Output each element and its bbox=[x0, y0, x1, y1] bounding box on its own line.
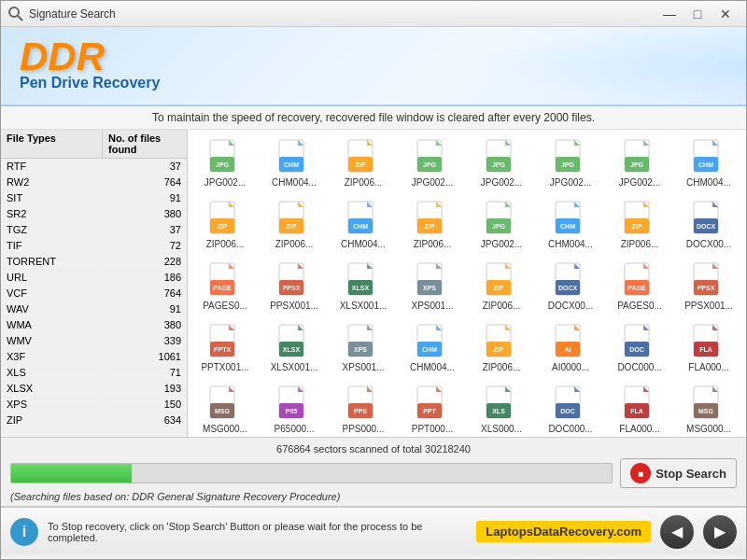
list-item[interactable]: ZIP ZIP006... bbox=[468, 257, 535, 316]
list-item[interactable]: DOC DOC000... bbox=[606, 318, 673, 378]
list-item[interactable]: DOCX DOCX00... bbox=[675, 195, 742, 255]
list-item[interactable]: ZIP ZIP006... bbox=[468, 318, 535, 378]
header-banner: DDR Pen Drive Recovery bbox=[1, 27, 746, 106]
file-icon-zip: ZIP bbox=[483, 323, 520, 360]
file-icon-zip: ZIP bbox=[206, 200, 244, 237]
table-row[interactable]: URL186 bbox=[1, 270, 187, 286]
list-item[interactable]: PPT PPT000... bbox=[399, 380, 466, 437]
back-button[interactable]: ◀ bbox=[660, 515, 694, 549]
table-row[interactable]: WMV339 bbox=[1, 333, 187, 349]
file-type-name: WMV bbox=[1, 333, 103, 348]
table-row[interactable]: WAV91 bbox=[1, 301, 187, 317]
list-item[interactable]: ZIP ZIP006... bbox=[191, 195, 259, 255]
list-item[interactable]: ZIP ZIP006... bbox=[606, 195, 673, 255]
close-button[interactable]: ✕ bbox=[712, 4, 739, 24]
list-item[interactable]: FLA FLA000... bbox=[675, 318, 742, 378]
table-row[interactable]: TORRENT228 bbox=[1, 254, 187, 270]
list-item[interactable]: AI AI0000... bbox=[537, 318, 604, 378]
list-item[interactable]: XPS XPS001... bbox=[399, 257, 466, 316]
file-type-count: 37 bbox=[103, 159, 187, 174]
files-panel[interactable]: JPG JPG002... CHM CHM004... ZIP ZIP006..… bbox=[188, 130, 746, 437]
stop-search-button[interactable]: Stop Search bbox=[620, 458, 737, 488]
list-item[interactable]: PPTX PPTX001... bbox=[191, 318, 259, 378]
scan-info: 676864 sectors scanned of total 30218240 bbox=[10, 443, 737, 455]
list-item[interactable]: JPG JPG002... bbox=[468, 133, 535, 193]
table-row[interactable]: XPS150 bbox=[1, 397, 187, 413]
svg-text:PPSX: PPSX bbox=[698, 285, 715, 291]
list-item[interactable]: JPG JPG002... bbox=[399, 133, 466, 193]
file-label: XLSX001... bbox=[271, 362, 318, 373]
list-item[interactable]: P65 P65000... bbox=[261, 380, 328, 437]
svg-text:DOCX: DOCX bbox=[558, 285, 578, 291]
list-item[interactable]: CHM CHM004... bbox=[537, 195, 604, 255]
list-item[interactable]: XPS XPS001... bbox=[330, 318, 397, 378]
svg-text:ZIP: ZIP bbox=[494, 285, 504, 291]
list-item[interactable]: MSG MSG000... bbox=[191, 380, 259, 437]
table-row[interactable]: TIF72 bbox=[1, 238, 187, 254]
list-item[interactable]: FLA FLA000... bbox=[606, 380, 673, 437]
stop-button-label: Stop Search bbox=[655, 467, 726, 481]
list-item[interactable]: JPG JPG002... bbox=[191, 133, 259, 193]
list-item[interactable]: PPS PPS000... bbox=[330, 380, 397, 437]
list-item[interactable]: CHM CHM004... bbox=[675, 133, 742, 193]
list-item[interactable]: JPG JPG002... bbox=[468, 195, 535, 255]
table-row[interactable]: WMA380 bbox=[1, 317, 187, 333]
list-item[interactable]: PAGE PAGES0... bbox=[606, 257, 673, 316]
list-item[interactable]: PPSX PPSX001... bbox=[261, 257, 328, 316]
maximize-button[interactable]: □ bbox=[684, 4, 711, 24]
list-item[interactable]: JPG JPG002... bbox=[606, 133, 673, 193]
list-item[interactable]: XLS XLS000... bbox=[468, 380, 535, 437]
svg-text:PPSX: PPSX bbox=[283, 285, 301, 291]
table-row[interactable]: XLSX193 bbox=[1, 381, 187, 397]
svg-text:PAGE: PAGE bbox=[213, 285, 232, 291]
file-icon-doc: DOC bbox=[621, 323, 658, 360]
table-row[interactable]: VCF764 bbox=[1, 286, 187, 301]
list-item[interactable]: JPG JPG002... bbox=[537, 133, 604, 193]
file-label: DOC000... bbox=[548, 424, 592, 435]
list-item[interactable]: ZIP ZIP006... bbox=[261, 195, 328, 255]
file-label: CHM004... bbox=[548, 239, 593, 250]
file-icon-ppt: PPT bbox=[414, 385, 451, 422]
table-row[interactable]: TGZ37 bbox=[1, 222, 187, 238]
table-row[interactable]: RW2764 bbox=[1, 175, 187, 190]
table-row[interactable]: XLS71 bbox=[1, 365, 187, 381]
list-item[interactable]: CHM CHM004... bbox=[330, 195, 397, 255]
ddr-logo: DDR bbox=[20, 35, 105, 79]
files-grid: JPG JPG002... CHM CHM004... ZIP ZIP006..… bbox=[191, 133, 742, 437]
file-type-name: XPS bbox=[1, 397, 103, 412]
table-row[interactable]: SR2380 bbox=[1, 206, 187, 222]
stop-icon bbox=[630, 463, 651, 483]
table-row[interactable]: X3F1061 bbox=[1, 349, 187, 365]
forward-button[interactable]: ▶ bbox=[703, 515, 737, 549]
file-icon-jpg: JPG bbox=[483, 200, 520, 237]
list-item[interactable]: MSG MSG000... bbox=[675, 380, 742, 437]
list-item[interactable]: PAGE PAGES0... bbox=[191, 257, 259, 316]
list-item[interactable]: XLSX XLSX001... bbox=[330, 257, 397, 316]
list-item[interactable]: ZIP ZIP006... bbox=[330, 133, 397, 193]
list-item[interactable]: XLSX XLSX001... bbox=[261, 318, 328, 378]
file-label: CHM004... bbox=[686, 177, 731, 189]
file-type-name: URL bbox=[1, 270, 103, 285]
minimize-button[interactable]: — bbox=[656, 4, 683, 24]
file-label: CHM004... bbox=[341, 239, 386, 250]
file-label: XPS001... bbox=[411, 301, 453, 312]
file-label: PPTX001... bbox=[201, 362, 248, 373]
list-item[interactable]: CHM CHM004... bbox=[261, 133, 328, 193]
table-row[interactable]: RTF37 bbox=[1, 159, 187, 175]
list-item[interactable]: ZIP ZIP006... bbox=[399, 195, 466, 255]
progress-bar-container bbox=[10, 463, 613, 483]
svg-text:XLSX: XLSX bbox=[352, 285, 370, 291]
file-types-body[interactable]: RTF37RW2764SIT91SR2380TGZ37TIF72TORRENT2… bbox=[1, 159, 187, 437]
table-row[interactable]: ZIP634 bbox=[1, 413, 187, 428]
file-type-name: RW2 bbox=[1, 175, 103, 189]
bottom-message: To Stop recovery, click on 'Stop Search'… bbox=[48, 521, 467, 543]
progress-bar-fill bbox=[11, 464, 132, 483]
list-item[interactable]: PPSX PPSX001... bbox=[675, 257, 742, 316]
list-item[interactable]: DOCX DOCX00... bbox=[537, 257, 604, 316]
list-item[interactable]: CHM CHM004... bbox=[399, 318, 466, 378]
file-type-count: 380 bbox=[103, 206, 187, 221]
list-item[interactable]: DOC DOC000... bbox=[537, 380, 604, 437]
table-row[interactable]: SIT91 bbox=[1, 190, 187, 206]
file-label: XLS000... bbox=[481, 424, 522, 435]
file-type-name: SIT bbox=[1, 190, 103, 205]
